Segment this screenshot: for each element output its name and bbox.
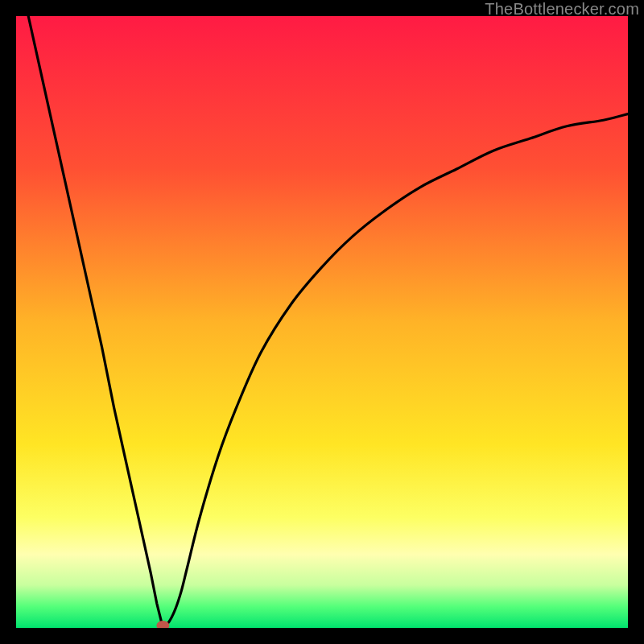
chart-plot [16, 16, 628, 628]
gradient-background [16, 16, 628, 628]
credit-link[interactable]: TheBottlenecker.com [485, 0, 639, 19]
chart-svg [16, 16, 628, 628]
